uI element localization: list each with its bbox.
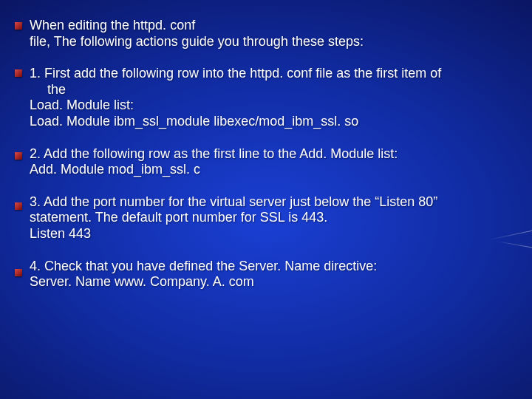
step-line: Add. Module mod_ibm_ssl. c (30, 162, 502, 178)
step-line: 2. Add the following row as the first li… (30, 146, 502, 163)
intro-paragraph: When editing the httpd. conf file, The f… (30, 18, 502, 50)
slide-content: When editing the httpd. conf file, The f… (30, 18, 502, 307)
bullet-icon (15, 152, 22, 160)
step-line: statement. The default port number for S… (30, 210, 502, 226)
step-line: Load. Module list: (30, 98, 502, 114)
step-1: 1. First add the following row into the … (30, 66, 502, 129)
intro-line: When editing the httpd. conf (30, 18, 502, 34)
bullet-icon (15, 69, 22, 77)
bullet-icon (15, 269, 22, 276)
step-line: 3. Add the port number for the virtual s… (30, 194, 502, 211)
step-line: Load. Module ibm_ssl_module libexec/mod_… (30, 114, 502, 130)
bullet-icon (15, 202, 22, 210)
step-line: 4. Check that you have defined the Serve… (30, 259, 502, 275)
step-line: Server. Name www. Company. A. com (30, 274, 502, 290)
intro-line: file, The following actions guide you th… (30, 34, 502, 50)
step-4: 4. Check that you have defined the Serve… (30, 259, 502, 290)
step-line: the (30, 82, 502, 98)
step-3: 3. Add the port number for the virtual s… (30, 194, 502, 242)
step-2: 2. Add the following row as the first li… (30, 146, 502, 178)
step-line: Listen 443 (30, 226, 502, 242)
step-line: 1. First add the following row into the … (30, 66, 502, 82)
bullet-icon (15, 22, 22, 30)
